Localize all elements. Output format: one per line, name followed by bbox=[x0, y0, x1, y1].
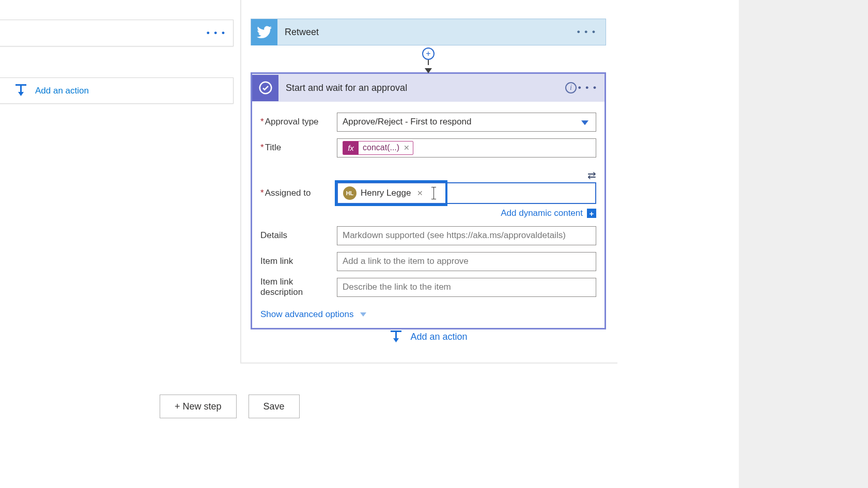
left-add-action[interactable]: Add an action bbox=[0, 77, 234, 104]
connector: + bbox=[251, 45, 606, 73]
flow-column: Retweet • • • + Start and wait for an ap… bbox=[251, 19, 606, 329]
ellipsis-icon[interactable]: • • • bbox=[577, 27, 596, 37]
show-advanced-link[interactable]: Show advanced options bbox=[260, 309, 354, 320]
new-step-button[interactable]: + New step bbox=[160, 395, 237, 418]
label-details: Details bbox=[260, 230, 337, 241]
svg-rect-4 bbox=[391, 330, 401, 332]
remove-token-icon[interactable]: ✕ bbox=[404, 144, 413, 152]
horizontal-divider bbox=[240, 363, 617, 364]
twitter-icon bbox=[251, 19, 277, 45]
approval-title: Start and wait for an approval bbox=[286, 83, 407, 93]
row-assigned-to: Assigned to HL Henry Legge ✕ bbox=[260, 182, 596, 204]
svg-point-3 bbox=[259, 82, 271, 94]
item-link-desc-placeholder: Describe the link to the item bbox=[343, 282, 451, 292]
swap-mode-icon[interactable]: ⇄ bbox=[587, 169, 594, 181]
add-action-bottom-label: Add an action bbox=[410, 332, 467, 342]
approval-form: Approval type Approve/Reject - First to … bbox=[252, 102, 605, 328]
plus-icon[interactable]: + bbox=[587, 209, 596, 218]
assigned-to-input[interactable]: HL Henry Legge ✕ bbox=[337, 182, 596, 204]
ellipsis-icon[interactable]: • • • bbox=[207, 28, 226, 38]
person-chip[interactable]: HL Henry Legge ✕ bbox=[341, 185, 427, 201]
text-cursor bbox=[433, 187, 434, 199]
row-item-link-desc: Item link description Describe the link … bbox=[260, 276, 596, 298]
label-item-link-desc: Item link description bbox=[260, 277, 337, 297]
advanced-options-row[interactable]: Show advanced options bbox=[260, 309, 596, 320]
details-input[interactable]: Markdown supported (see https://aka.ms/a… bbox=[337, 226, 596, 245]
approval-header[interactable]: Start and wait for an approval i • • • bbox=[252, 74, 605, 102]
item-link-desc-input[interactable]: Describe the link to the item bbox=[337, 278, 596, 297]
retweet-title: Retweet bbox=[285, 27, 319, 38]
person-name: Henry Legge bbox=[361, 188, 411, 198]
row-item-link: Item link Add a link to the item to appr… bbox=[260, 250, 596, 272]
approval-action-card: Start and wait for an approval i • • • A… bbox=[251, 72, 606, 329]
svg-rect-0 bbox=[16, 84, 26, 86]
add-action-bottom[interactable]: Add an action bbox=[251, 330, 606, 343]
row-details: Details Markdown supported (see https://… bbox=[260, 225, 596, 246]
fx-icon: fx bbox=[343, 141, 359, 154]
ellipsis-icon[interactable]: • • • bbox=[578, 83, 597, 93]
title-input[interactable]: fx concat(...) ✕ bbox=[337, 138, 596, 158]
approval-type-select[interactable]: Approve/Reject - First to respond bbox=[337, 113, 596, 132]
footer-buttons: + New step Save bbox=[160, 395, 300, 418]
approval-icon bbox=[252, 75, 278, 101]
details-placeholder: Markdown supported (see https://aka.ms/a… bbox=[343, 230, 566, 241]
retweet-action-card[interactable]: Retweet • • • bbox=[251, 19, 606, 45]
row-title: Title fx concat(...) ✕ bbox=[260, 137, 596, 159]
insert-action-icon bbox=[14, 84, 28, 97]
remove-person-icon[interactable]: ✕ bbox=[415, 189, 425, 197]
dynamic-content-row: Add dynamic content + bbox=[260, 208, 596, 218]
approval-type-value: Approve/Reject - First to respond bbox=[343, 117, 471, 127]
label-assigned-to: Assigned to bbox=[260, 188, 337, 198]
arrow-stem bbox=[428, 60, 429, 65]
left-collapsed-card[interactable]: • • • bbox=[0, 20, 234, 46]
svg-marker-6 bbox=[393, 338, 399, 342]
svg-marker-2 bbox=[18, 92, 24, 96]
add-step-icon[interactable]: + bbox=[422, 48, 435, 60]
item-link-input[interactable]: Add a link to the item to approve bbox=[337, 252, 596, 271]
label-title: Title bbox=[260, 143, 337, 153]
label-item-link: Item link bbox=[260, 256, 337, 266]
avatar: HL bbox=[343, 186, 357, 200]
right-rail bbox=[739, 0, 868, 488]
row-approval-type: Approval type Approve/Reject - First to … bbox=[260, 111, 596, 133]
add-action-label: Add an action bbox=[35, 86, 89, 96]
fx-text: concat(...) bbox=[359, 143, 404, 152]
save-button[interactable]: Save bbox=[249, 395, 300, 418]
arrow-down-icon bbox=[425, 68, 432, 73]
add-dynamic-content-link[interactable]: Add dynamic content bbox=[501, 208, 583, 218]
item-link-placeholder: Add a link to the item to approve bbox=[343, 256, 469, 266]
info-icon[interactable]: i bbox=[565, 82, 577, 93]
label-approval-type: Approval type bbox=[260, 117, 337, 127]
chevron-down-icon bbox=[360, 312, 366, 317]
switch-mode-bar: ⇄ bbox=[260, 169, 594, 181]
expression-token[interactable]: fx concat(...) ✕ bbox=[343, 141, 413, 155]
vertical-divider bbox=[240, 0, 241, 363]
insert-action-icon bbox=[389, 330, 403, 343]
